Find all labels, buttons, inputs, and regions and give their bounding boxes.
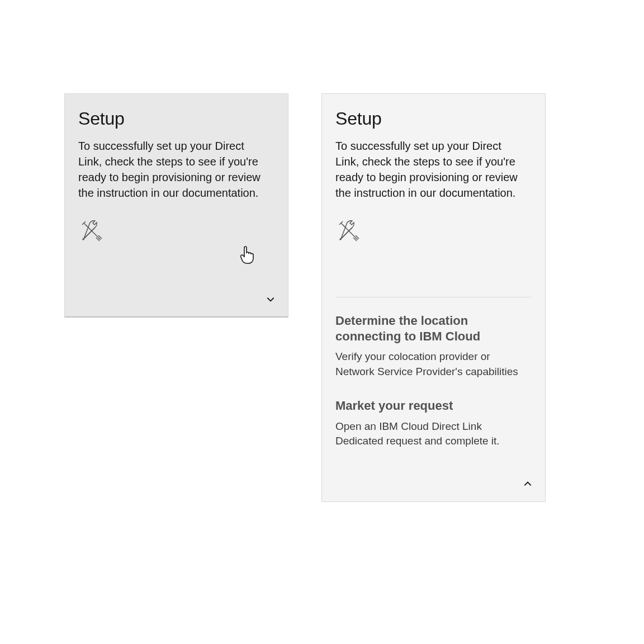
collapse-toggle[interactable] [523, 479, 533, 491]
step-description: Open an IBM Cloud Direct Link Dedicated … [335, 419, 520, 449]
tools-icon [335, 217, 532, 247]
card-title: Setup [335, 108, 532, 129]
svg-point-1 [340, 239, 341, 240]
expand-toggle[interactable] [266, 294, 276, 306]
setup-card-collapsed[interactable]: Setup To successfully set up your Direct… [64, 93, 288, 318]
divider [335, 297, 532, 297]
card-description: To successfully set up your Direct Link,… [335, 138, 520, 201]
chevron-up-icon [523, 479, 533, 489]
chevron-down-icon [266, 294, 276, 304]
tools-icon [78, 217, 274, 247]
step-title: Determine the location connecting to IBM… [335, 313, 492, 344]
card-description: To successfully set up your Direct Link,… [78, 138, 263, 201]
setup-card-expanded[interactable]: Setup To successfully set up your Direct… [321, 93, 546, 502]
card-title: Setup [78, 108, 274, 129]
svg-point-0 [83, 239, 84, 240]
step-title: Market your request [335, 398, 492, 414]
step-description: Verify your colocation provider or Netwo… [335, 349, 520, 379]
